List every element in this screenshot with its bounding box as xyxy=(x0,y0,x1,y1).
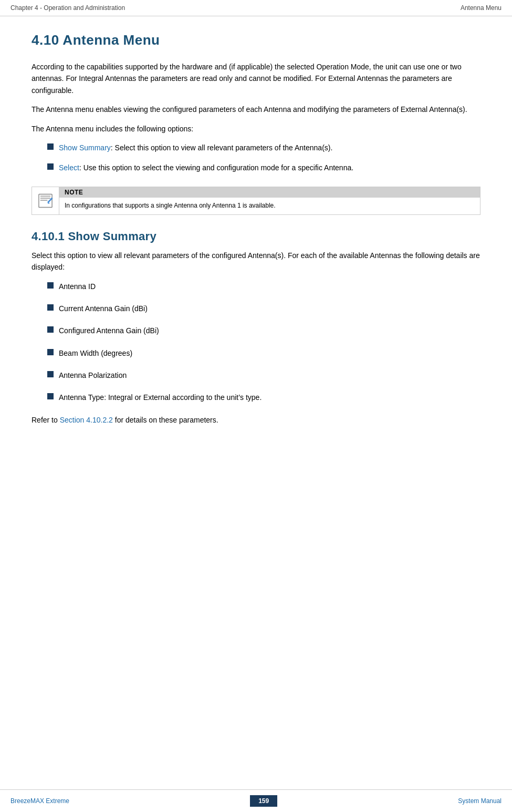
bullet-icon xyxy=(47,326,54,333)
list-item: Beam Width (degrees) xyxy=(47,347,480,359)
intro-para-3: The Antenna menu includes the following … xyxy=(32,123,480,135)
bullet-icon xyxy=(47,163,54,170)
note-pencil-icon xyxy=(37,192,54,209)
menu-item-2-text: Select: Use this option to select the vi… xyxy=(59,162,353,173)
detail-item-4: Antenna Polarization xyxy=(59,369,127,381)
list-item: Antenna Polarization xyxy=(47,369,480,381)
menu-items-list: Show Summary: Select this option to view… xyxy=(47,142,480,174)
note-body: In configurations that supports a single… xyxy=(59,198,480,213)
refer-line: Refer to Section 4.10.2.2 for details on… xyxy=(32,414,480,426)
intro-para-2: The Antenna menu enables viewing the con… xyxy=(32,104,480,115)
chapter-title: 4.10 Antenna Menu xyxy=(32,32,480,48)
section-title: 4.10.1 Show Summary xyxy=(32,230,480,243)
list-item: Current Antenna Gain (dBi) xyxy=(47,303,480,314)
list-item: Antenna Type: Integral or External accor… xyxy=(47,392,480,403)
refer-prefix: Refer to xyxy=(32,416,60,424)
bullet-icon xyxy=(47,282,54,289)
bullet-icon xyxy=(47,304,54,311)
list-item: Configured Antenna Gain (dBi) xyxy=(47,325,480,336)
detail-item-0: Antenna ID xyxy=(59,281,96,292)
page-content: 4.10 Antenna Menu According to the capab… xyxy=(0,16,512,475)
show-summary-link[interactable]: Show Summary xyxy=(59,143,111,152)
section-link[interactable]: Section 4.10.2.2 xyxy=(60,416,113,424)
menu-item-1-suffix: : Select this option to view all relevan… xyxy=(111,143,333,152)
header-right: Antenna Menu xyxy=(461,4,501,12)
svg-rect-3 xyxy=(40,200,48,201)
bullet-icon xyxy=(47,143,54,150)
menu-item-2-suffix: : Use this option to select the viewing … xyxy=(79,163,353,172)
bullet-icon xyxy=(47,349,54,355)
detail-item-5: Antenna Type: Integral or External accor… xyxy=(59,392,262,403)
note-header: NOTE xyxy=(59,187,480,198)
page-number: 159 xyxy=(250,795,277,807)
note-box: NOTE In configurations that supports a s… xyxy=(32,187,480,215)
page-footer: BreezeMAX Extreme 159 System Manual xyxy=(0,789,512,812)
footer-left: BreezeMAX Extreme xyxy=(11,797,69,805)
svg-rect-2 xyxy=(40,198,50,199)
footer-right: System Manual xyxy=(458,797,501,805)
select-link[interactable]: Select xyxy=(59,163,79,172)
section-intro: Select this option to view all relevant … xyxy=(32,250,480,273)
list-item: Antenna ID xyxy=(47,281,480,292)
list-item: Select: Use this option to select the vi… xyxy=(47,162,480,173)
bullet-icon xyxy=(47,371,54,377)
bullet-icon xyxy=(47,393,54,399)
note-content: NOTE In configurations that supports a s… xyxy=(59,187,480,213)
intro-para-1: According to the capabilities supported … xyxy=(32,61,480,96)
header-left: Chapter 4 - Operation and Administration xyxy=(11,4,125,12)
menu-item-1-text: Show Summary: Select this option to view… xyxy=(59,142,332,153)
list-item: Show Summary: Select this option to view… xyxy=(47,142,480,153)
svg-rect-1 xyxy=(40,196,50,197)
detail-item-2: Configured Antenna Gain (dBi) xyxy=(59,325,159,336)
detail-item-1: Current Antenna Gain (dBi) xyxy=(59,303,148,314)
page-header: Chapter 4 - Operation and Administration… xyxy=(0,0,512,16)
note-icon-container xyxy=(32,187,59,214)
refer-suffix: for details on these parameters. xyxy=(113,416,218,424)
detail-item-3: Beam Width (degrees) xyxy=(59,347,132,359)
details-list: Antenna ID Current Antenna Gain (dBi) Co… xyxy=(47,281,480,404)
